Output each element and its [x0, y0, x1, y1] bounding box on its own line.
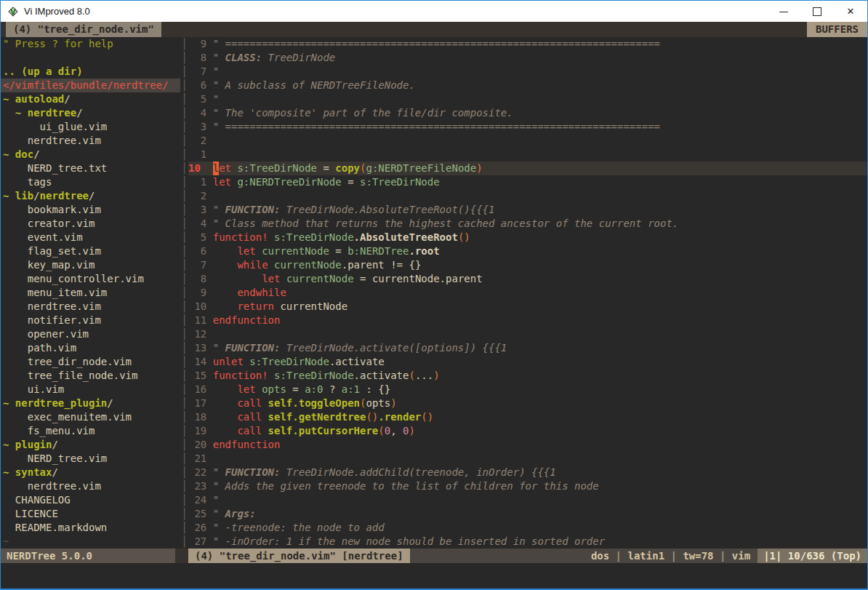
minimize-button[interactable]: —: [767, 1, 800, 22]
separator-glyph: │: [180, 327, 188, 341]
line-number: 7: [188, 65, 206, 79]
statusline-flags: dos | latin1 | tw=78 | vim: [591, 549, 758, 563]
code-row[interactable]: 7 while currentNode.parent != {}: [188, 258, 867, 272]
buffers-label[interactable]: BUFFERS: [807, 22, 867, 37]
separator-glyph: │: [180, 272, 188, 286]
flag-separator: |: [616, 550, 622, 562]
tree-row[interactable]: ~ plugin/: [1, 438, 180, 452]
code-row[interactable]: 13" FUNCTION: TreeDirNode.activate([opti…: [188, 341, 867, 355]
separator-glyph: │: [180, 479, 188, 493]
command-line[interactable]: [1, 563, 867, 589]
code-row[interactable]: 2: [188, 189, 867, 203]
tree-row[interactable]: ~ autoload/: [1, 92, 180, 106]
code-row[interactable]: 11endfunction: [188, 314, 867, 327]
tree-row[interactable]: flag_set.vim: [1, 244, 180, 258]
code-row[interactable]: 9 endwhile: [188, 286, 867, 300]
line-number: 10: [188, 162, 206, 175]
tree-row[interactable]: NERD_tree.vim: [1, 452, 180, 466]
tree-row[interactable]: LICENCE: [1, 507, 180, 521]
code-row[interactable]: 8" CLASS: TreeDirNode: [188, 51, 867, 65]
tree-row[interactable]: exec_menuitem.vim: [1, 410, 180, 424]
line-number: 5: [188, 231, 206, 244]
code-row[interactable]: 26" -treenode: the node to add: [188, 521, 867, 535]
separator-glyph: │: [180, 134, 188, 148]
tree-row[interactable]: ~ lib/nerdtree/: [1, 189, 180, 203]
tree-row[interactable]: ~: [1, 535, 180, 549]
code-row[interactable]: 3" =====================================…: [188, 120, 867, 134]
tree-row[interactable]: NERD_tree.txt: [1, 162, 180, 175]
tree-row[interactable]: README.markdown: [1, 521, 180, 535]
code-row[interactable]: 1: [188, 148, 867, 162]
code-row[interactable]: 20endfunction: [188, 438, 867, 452]
code-row[interactable]: 16 let opts = a:0 ? a:1 : {}: [188, 383, 867, 396]
tree-row[interactable]: tags: [1, 175, 180, 189]
line-number: 20: [188, 438, 206, 452]
code-row[interactable]: 4" The 'composite' part of the file/dir …: [188, 106, 867, 120]
code-row[interactable]: 10let s:TreeDirNode = copy(g:NERDTreeFil…: [188, 162, 867, 175]
line-number: 19: [188, 424, 206, 438]
tab-active-buffer[interactable]: (4) "tree_dir_node.vim": [6, 22, 161, 37]
code-row[interactable]: 22" FUNCTION: TreeDirNode.addChild(treen…: [188, 466, 867, 479]
close-button[interactable]: ✕: [834, 1, 867, 22]
code-row[interactable]: 4" Class method that returns the highest…: [188, 217, 867, 231]
tree-row[interactable]: .. (up a dir): [1, 65, 180, 79]
line-number: 27: [188, 535, 206, 549]
line-number: 6: [188, 244, 206, 258]
tree-row[interactable]: </vimfiles/bundle/nerdtree/: [1, 79, 180, 92]
tree-row[interactable]: CHANGELOG: [1, 493, 180, 507]
tree-row[interactable]: tree_file_node.vim: [1, 369, 180, 383]
tree-row[interactable]: event.vim: [1, 231, 180, 244]
code-row[interactable]: 9" =====================================…: [188, 37, 867, 51]
code-row[interactable]: 6" A subclass of NERDTreeFileNode.: [188, 79, 867, 92]
code-row[interactable]: 17 call self.toggleOpen(opts): [188, 396, 867, 410]
tree-row[interactable]: ~ nerdtree_plugin/: [1, 396, 180, 410]
tree-row[interactable]: " Press ? for help: [1, 37, 180, 51]
tree-row[interactable]: bookmark.vim: [1, 203, 180, 217]
code-row[interactable]: 14unlet s:TreeDirNode.activate: [188, 355, 867, 369]
code-row[interactable]: 24": [188, 493, 867, 507]
flag-separator: |: [720, 550, 726, 562]
tree-row[interactable]: path.vim: [1, 341, 180, 355]
line-number: 13: [188, 341, 206, 355]
tree-row[interactable]: ui_glue.vim: [1, 120, 180, 134]
window-separator[interactable]: │││││││││││││││││││││││││││││││││││││: [180, 37, 188, 549]
tree-row[interactable]: [1, 51, 180, 65]
code-row[interactable]: 6 let currentNode = b:NERDTree.root: [188, 244, 867, 258]
tree-row[interactable]: key_map.vim: [1, 258, 180, 272]
code-row[interactable]: 8 let currentNode = currentNode.parent: [188, 272, 867, 286]
line-number: 16: [188, 383, 206, 396]
tree-row[interactable]: nerdtree.vim: [1, 134, 180, 148]
tree-row[interactable]: ~ syntax/: [1, 466, 180, 479]
separator-glyph: │: [180, 189, 188, 203]
tree-row[interactable]: opener.vim: [1, 327, 180, 341]
code-row[interactable]: 18 call self.getNerdtree().render(): [188, 410, 867, 424]
tree-row[interactable]: ~ nerdtree/: [1, 106, 180, 120]
tree-row[interactable]: menu_item.vim: [1, 286, 180, 300]
tree-row[interactable]: nerdtree.vim: [1, 479, 180, 493]
tree-row[interactable]: tree_dir_node.vim: [1, 355, 180, 369]
code-row[interactable]: 23" Adds the given treenode to the list …: [188, 479, 867, 493]
code-row[interactable]: 3" FUNCTION: TreeDirNode.AbsoluteTreeRoo…: [188, 203, 867, 217]
code-row[interactable]: 10 return currentNode: [188, 300, 867, 314]
tree-row[interactable]: fs_menu.vim: [1, 424, 180, 438]
code-row[interactable]: 5": [188, 92, 867, 106]
code-row[interactable]: 1let g:NERDTreeDirNode = s:TreeDirNode: [188, 175, 867, 189]
code-row[interactable]: 15function! s:TreeDirNode.activate(...): [188, 369, 867, 383]
code-row[interactable]: 19 call self.putCursorHere(0, 0): [188, 424, 867, 438]
tree-row[interactable]: creator.vim: [1, 217, 180, 231]
tree-row[interactable]: notifier.vim: [1, 314, 180, 327]
file-format: dos: [591, 550, 609, 562]
code-row[interactable]: 12: [188, 327, 867, 341]
tree-row[interactable]: ~ doc/: [1, 148, 180, 162]
tree-row[interactable]: menu_controller.vim: [1, 272, 180, 286]
maximize-button[interactable]: [800, 1, 834, 22]
tree-row[interactable]: ui.vim: [1, 383, 180, 396]
code-row[interactable]: 5function! s:TreeDirNode.AbsoluteTreeRoo…: [188, 231, 867, 244]
code-row[interactable]: 7": [188, 65, 867, 79]
tree-row[interactable]: nerdtree.vim: [1, 300, 180, 314]
code-row[interactable]: 2: [188, 134, 867, 148]
code-row[interactable]: 27" -inOrder: 1 if the new node should b…: [188, 535, 867, 549]
code-row[interactable]: 21: [188, 452, 867, 466]
separator-glyph: │: [180, 493, 188, 507]
code-row[interactable]: 25" Args:: [188, 507, 867, 521]
